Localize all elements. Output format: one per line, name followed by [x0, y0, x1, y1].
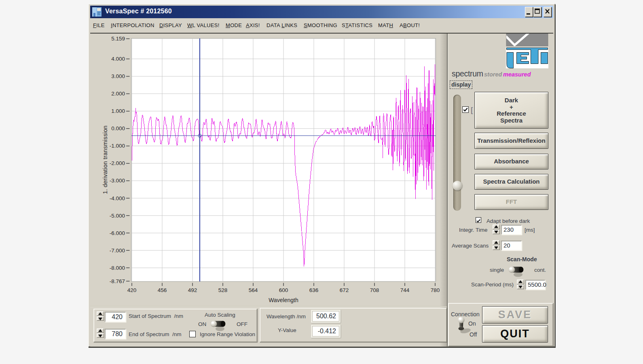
svg-text:636: 636 [309, 287, 319, 293]
svg-text:744: 744 [400, 287, 410, 293]
svg-text:-6.000: -6.000 [110, 230, 125, 236]
svg-text:-8.000: -8.000 [110, 265, 125, 271]
svg-text:-5.000: -5.000 [110, 213, 125, 219]
svg-text:600: 600 [279, 287, 288, 293]
svg-text:2.000: 2.000 [111, 91, 125, 97]
svg-text:456: 456 [158, 287, 167, 293]
svg-text:780: 780 [431, 287, 440, 293]
svg-text:492: 492 [188, 287, 197, 293]
svg-text:672: 672 [340, 287, 349, 293]
svg-text:-3.000: -3.000 [110, 178, 125, 184]
svg-text:-8.767: -8.767 [110, 278, 125, 284]
svg-text:1.000: 1.000 [111, 108, 125, 114]
svg-text:-1.000: -1.000 [110, 143, 125, 149]
svg-text:708: 708 [370, 287, 379, 293]
svg-text:0.000: 0.000 [111, 125, 125, 131]
svg-text:-7.000: -7.000 [110, 248, 125, 254]
svg-text:528: 528 [218, 287, 228, 293]
svg-text:-2.000: -2.000 [110, 160, 125, 166]
svg-text:3.000: 3.000 [111, 73, 125, 79]
svg-text:4.000: 4.000 [111, 56, 125, 62]
svg-text:Wavelength: Wavelength [269, 297, 298, 303]
svg-text:-4.000: -4.000 [110, 195, 125, 201]
svg-text:420: 420 [127, 287, 137, 293]
svg-text:5.159: 5.159 [111, 36, 125, 42]
svg-text:564: 564 [249, 287, 258, 293]
